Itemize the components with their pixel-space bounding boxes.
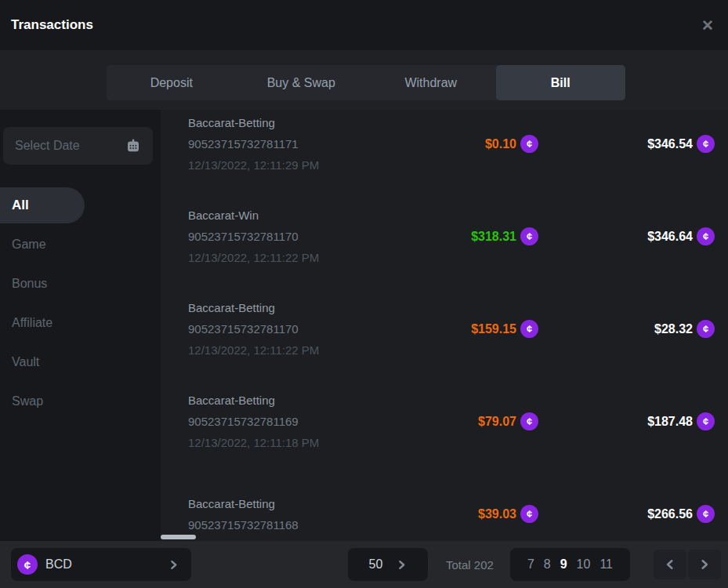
pagination: 7 8 9 10 11 <box>510 548 630 581</box>
currency-selector-button[interactable]: ¢ BCD <box>11 548 191 581</box>
next-page-button[interactable] <box>688 550 721 579</box>
bcd-coin-icon: ¢ <box>697 412 715 430</box>
prev-page-button[interactable] <box>654 550 686 579</box>
bcd-coin-icon: ¢ <box>520 227 538 245</box>
transaction-name: Baccarat-Betting <box>188 112 413 133</box>
transaction-balance: $266.56 <box>647 507 693 521</box>
transaction-datetime: 12/13/2022, 12:11:29 PM <box>188 154 413 176</box>
transaction-id: 90523715732781171 <box>188 133 413 154</box>
filter-sidebar: Select Date All Game Bonus Affiliate Vau… <box>0 110 161 541</box>
currency-label: BCD <box>45 557 72 572</box>
transaction-row: Baccarat-Win 90523715732781170 12/13/202… <box>188 205 715 268</box>
transaction-amount: $39.03 <box>478 507 516 521</box>
transaction-amount: $159.15 <box>471 322 516 336</box>
filter-item-swap[interactable]: Swap <box>0 382 161 421</box>
bcd-coin-icon: ¢ <box>520 412 538 430</box>
transaction-amount: $79.07 <box>478 415 516 429</box>
pagination-nav <box>654 550 721 579</box>
transaction-id: 90523715732781168 <box>188 514 413 535</box>
tab-bill[interactable]: Bill <box>496 65 626 100</box>
calendar-icon <box>125 138 141 154</box>
chevron-right-icon <box>168 560 179 570</box>
modal-header: Transactions ✕ <box>0 0 728 50</box>
transaction-id: 90523715732781170 <box>188 318 413 339</box>
transaction-id: 90523715732781169 <box>188 411 413 432</box>
transaction-balance: $346.64 <box>647 230 693 244</box>
page-size-selector[interactable]: 50 <box>348 548 428 581</box>
filter-item-all[interactable]: All <box>0 187 85 223</box>
page-number-8[interactable]: 8 <box>539 557 556 572</box>
select-date-placeholder: Select Date <box>15 139 80 153</box>
transaction-balance: $187.48 <box>647 415 693 429</box>
bcd-coin-icon: ¢ <box>697 505 715 523</box>
transaction-row: Baccarat-Betting 90523715732781171 12/13… <box>188 112 715 176</box>
content-area: Select Date All Game Bonus Affiliate Vau… <box>0 110 728 541</box>
transaction-datetime: 12/13/2022, 12:11:22 PM <box>188 339 413 361</box>
transaction-amount: $318.31 <box>471 230 516 244</box>
filter-item-game[interactable]: Game <box>0 225 161 264</box>
transaction-name: Baccarat-Win <box>188 205 413 226</box>
transaction-amount: $0.10 <box>485 137 516 151</box>
page-size-value: 50 <box>369 557 383 572</box>
transaction-row: Baccarat-Betting 90523715732781169 12/13… <box>188 390 715 453</box>
page-number-11[interactable]: 11 <box>595 557 618 572</box>
transaction-name: Baccarat-Betting <box>188 493 413 514</box>
tabs-row: Deposit Buy & Swap Withdraw Bill <box>0 50 728 110</box>
tab-deposit[interactable]: Deposit <box>107 65 237 100</box>
bcd-coin-icon: ¢ <box>520 505 538 523</box>
page-number-10[interactable]: 10 <box>572 557 596 572</box>
bcd-coin-icon: ¢ <box>697 320 715 338</box>
chevron-left-icon <box>665 559 675 570</box>
total-count-label: Total 202 <box>446 558 494 572</box>
transaction-balance: $346.54 <box>647 137 693 151</box>
filter-list: All Game Bonus Affiliate Vault Swap <box>0 186 161 421</box>
tab-container: Deposit Buy & Swap Withdraw Bill <box>107 65 625 100</box>
transaction-name: Baccarat-Betting <box>188 297 413 318</box>
scrollbar-thumb[interactable] <box>161 535 196 539</box>
bcd-coin-icon: ¢ <box>697 227 715 245</box>
tab-buy-swap[interactable]: Buy & Swap <box>237 65 367 100</box>
bcd-coin-icon: ¢ <box>520 135 538 153</box>
bcd-coin-icon: ¢ <box>520 320 538 338</box>
filter-item-bonus[interactable]: Bonus <box>0 264 161 303</box>
chevron-right-icon <box>699 559 710 570</box>
footer-bar: ¢ BCD 50 Total 202 7 8 9 10 11 <box>0 541 728 588</box>
transaction-row: Baccarat-Betting 90523715732781170 12/13… <box>188 297 715 361</box>
transaction-balance: $28.32 <box>654 322 693 336</box>
bcd-coin-icon: ¢ <box>17 554 38 575</box>
select-date-input[interactable]: Select Date <box>3 127 153 165</box>
page-title: Transactions <box>11 17 93 33</box>
page-number-7[interactable]: 7 <box>523 557 539 572</box>
transaction-name: Baccarat-Betting <box>188 390 413 411</box>
transaction-datetime: 12/13/2022, 12:11:22 PM <box>188 247 413 268</box>
transaction-id: 90523715732781170 <box>188 226 413 247</box>
transaction-row: Baccarat-Betting 90523715732781168 $39.0… <box>188 482 715 541</box>
filter-item-vault[interactable]: Vault <box>0 343 161 382</box>
close-icon[interactable]: ✕ <box>701 18 714 33</box>
bcd-coin-icon: ¢ <box>697 135 715 153</box>
tab-withdraw[interactable]: Withdraw <box>366 65 496 100</box>
filter-item-affiliate[interactable]: Affiliate <box>0 303 161 343</box>
chevron-right-icon <box>397 560 407 570</box>
transaction-datetime: 12/13/2022, 12:11:18 PM <box>188 432 413 453</box>
page-number-9[interactable]: 9 <box>556 557 572 572</box>
transaction-list[interactable]: Baccarat-Betting 90523715732781171 12/13… <box>161 110 728 541</box>
